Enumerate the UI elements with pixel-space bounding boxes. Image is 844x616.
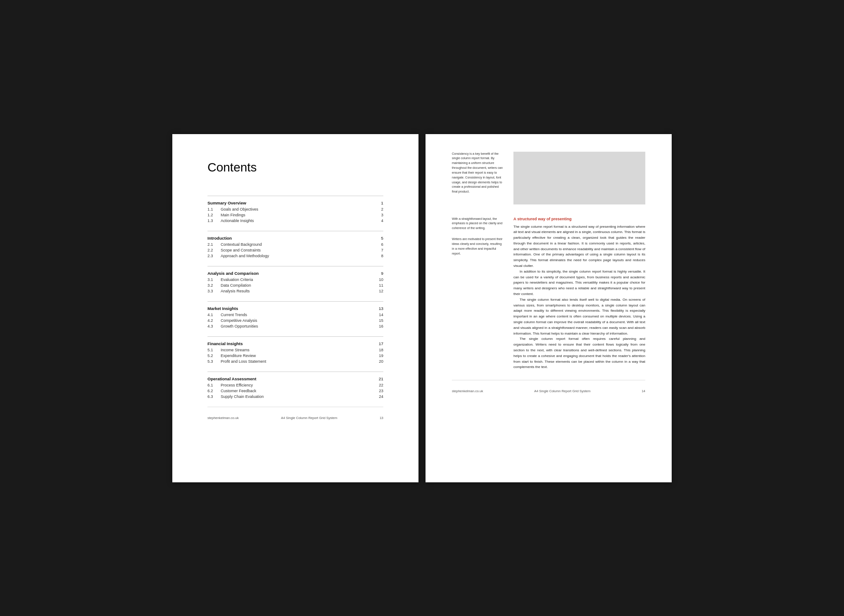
toc-sub-row: 6.2Customer Feedback23 — [207, 389, 383, 393]
toc-main-page: 1 — [381, 200, 383, 205]
toc-sub-row: 2.2Scope and Constraints7 — [207, 248, 383, 252]
toc-section-2: Introduction52.1Contextual Background62.… — [207, 231, 383, 258]
toc-main-page: 9 — [381, 271, 383, 276]
toc-item-page: 4 — [375, 219, 383, 223]
toc-main-page: 5 — [381, 236, 383, 241]
toc-item-num: 1.2 — [207, 213, 221, 217]
toc-item-page: 22 — [375, 383, 383, 387]
toc-divider — [207, 372, 383, 372]
right-page: Consistency is a key benefit of the sing… — [426, 134, 672, 482]
toc-section-1: Summary Overview11.1Goals and Objectives… — [207, 196, 383, 223]
toc-main-row: Operational Assessment21 — [207, 376, 383, 381]
toc-item-label: Analysis Results — [221, 289, 375, 293]
toc-divider — [207, 301, 383, 302]
toc-item-label: Current Trends — [221, 313, 375, 317]
top-sidebar: Consistency is a key benefit of the sing… — [452, 152, 505, 204]
toc-main-title: Operational Assessment — [207, 376, 256, 381]
toc-main-page: 13 — [378, 306, 383, 311]
toc-item-num: 4.3 — [207, 324, 221, 328]
toc-sub-row: 3.1Evaluation Criteria10 — [207, 277, 383, 282]
toc-sub-row: 4.1Current Trends14 — [207, 313, 383, 317]
toc-main-page: 17 — [378, 341, 383, 346]
toc-sub-row: 1.2Main Findings3 — [207, 213, 383, 217]
toc-item-num: 3.1 — [207, 277, 221, 282]
toc-sections: Summary Overview11.1Goals and Objectives… — [207, 196, 383, 407]
image-placeholder — [513, 152, 645, 204]
toc-item-page: 18 — [375, 348, 383, 352]
section-heading: A structured way of presenting — [513, 217, 645, 221]
right-top-section: Consistency is a key benefit of the sing… — [452, 152, 645, 204]
toc-item-label: Data Compilation — [221, 283, 375, 288]
body-paragraph-3: The single column format also lends itse… — [513, 297, 645, 337]
toc-item-page: 8 — [375, 254, 383, 258]
toc-item-num: 5.1 — [207, 348, 221, 352]
toc-item-num: 2.2 — [207, 248, 221, 252]
toc-sub-row: 3.3Analysis Results12 — [207, 289, 383, 293]
toc-main-row: Market Insights13 — [207, 306, 383, 311]
right-mid-section: With a straightforward layout, the empha… — [452, 217, 645, 371]
toc-item-page: 11 — [375, 283, 383, 288]
toc-item-page: 15 — [375, 318, 383, 323]
toc-item-page: 23 — [375, 389, 383, 393]
toc-main-row: Financial Insights17 — [207, 341, 383, 346]
toc-item-page: 3 — [375, 213, 383, 217]
toc-main-title: Financial Insights — [207, 341, 243, 346]
mid-sidebar-text-1: With a straightforward layout, the empha… — [452, 217, 505, 231]
toc-main-title: Market Insights — [207, 306, 238, 311]
toc-item-num: 2.1 — [207, 242, 221, 247]
toc-main-title: Introduction — [207, 236, 232, 241]
left-footer: stephenkelman.co.uk A4 Single Column Rep… — [207, 407, 383, 420]
toc-item-label: Contextual Background — [221, 242, 375, 247]
main-text-block: A structured way of presenting The singl… — [513, 217, 645, 371]
toc-item-num: 4.1 — [207, 313, 221, 317]
toc-item-num: 1.1 — [207, 207, 221, 211]
toc-item-num: 6.3 — [207, 394, 221, 399]
toc-main-title: Summary Overview — [207, 200, 246, 205]
toc-item-num: 5.3 — [207, 359, 221, 364]
toc-main-title: Analysis and Comparison — [207, 271, 259, 276]
toc-item-label: Competitive Analysis — [221, 318, 375, 323]
right-footer-center: A4 Single Column Report Grid System — [534, 389, 590, 393]
toc-item-num: 2.3 — [207, 254, 221, 258]
toc-sub-row: 6.1Process Efficiency22 — [207, 383, 383, 387]
toc-sub-row: 4.3Growth Opportunities16 — [207, 324, 383, 328]
body-text: The single column report format is a str… — [513, 224, 645, 371]
toc-sub-row: 1.1Goals and Objectives2 — [207, 207, 383, 211]
toc-item-page: 6 — [375, 242, 383, 247]
toc-sub-row: 1.3Actionable Insights4 — [207, 219, 383, 223]
toc-item-label: Goals and Objectives — [221, 207, 375, 211]
toc-item-page: 19 — [375, 354, 383, 358]
toc-item-page: 24 — [375, 394, 383, 399]
toc-main-row: Introduction5 — [207, 236, 383, 241]
toc-main-row: Summary Overview1 — [207, 200, 383, 205]
right-footer-left: stephenkelman.co.uk — [452, 389, 483, 393]
toc-item-page: 7 — [375, 248, 383, 252]
left-page: Contents Summary Overview11.1Goals and O… — [172, 134, 418, 482]
mid-sidebar: With a straightforward layout, the empha… — [452, 217, 505, 371]
toc-divider — [207, 196, 383, 196]
body-paragraph-2: In addition to its simplicity, the singl… — [513, 269, 645, 297]
toc-divider — [207, 336, 383, 337]
toc-item-label: Process Efficiency — [221, 383, 375, 387]
toc-item-page: 14 — [375, 313, 383, 317]
right-footer: stephenkelman.co.uk A4 Single Column Rep… — [452, 380, 645, 393]
toc-section-6: Operational Assessment216.1Process Effic… — [207, 372, 383, 399]
toc-sub-row: 2.1Contextual Background6 — [207, 242, 383, 247]
toc-item-label: Evaluation Criteria — [221, 277, 375, 282]
body-paragraph-4: The single column report format often re… — [513, 336, 645, 370]
toc-item-page: 10 — [375, 277, 383, 282]
toc-section-5: Financial Insights175.1Income Streams185… — [207, 336, 383, 364]
toc-item-label: Profit and Loss Statement — [221, 359, 375, 364]
body-paragraph-1: The single column report format is a str… — [513, 224, 645, 269]
top-sidebar-text: Consistency is a key benefit of the sing… — [452, 152, 505, 195]
toc-item-page: 2 — [375, 207, 383, 211]
toc-sub-row: 6.3Supply Chain Evaluation24 — [207, 394, 383, 399]
toc-item-label: Growth Opportunities — [221, 324, 375, 328]
right-footer-page: 14 — [642, 389, 645, 393]
toc-item-num: 5.2 — [207, 354, 221, 358]
toc-item-page: 12 — [375, 289, 383, 293]
footer-left: stephenkelman.co.uk — [207, 416, 239, 420]
footer-page: 13 — [380, 416, 383, 420]
toc-item-num: 3.3 — [207, 289, 221, 293]
footer-center: A4 Single Column Report Grid System — [281, 416, 337, 420]
